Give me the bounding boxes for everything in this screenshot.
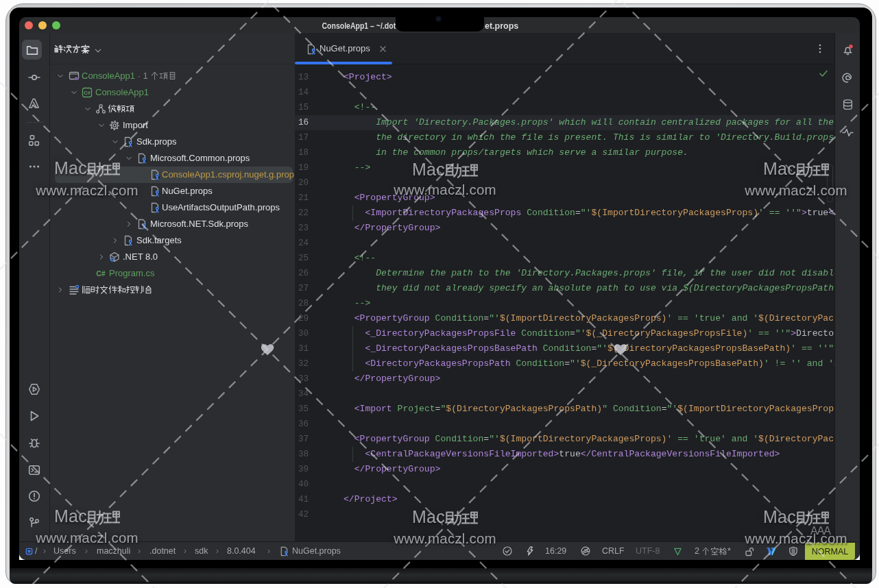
svg-text:C#: C#: [84, 90, 91, 96]
svg-text:C#: C#: [96, 269, 106, 278]
